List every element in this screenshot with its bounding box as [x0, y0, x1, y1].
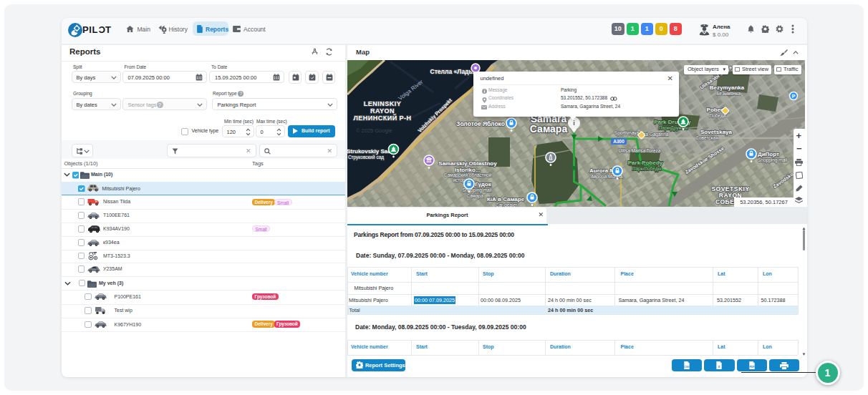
- svg-text:P: P: [791, 94, 795, 99]
- svg-text:КіА в Самаре: КіА в Самаре: [486, 196, 524, 203]
- svg-text:Золотое Яблоко: Золотое Яблоко: [456, 120, 505, 127]
- svg-text:Bezymyanka: Bezymyanka: [709, 84, 744, 91]
- svg-text:Shopping mall: Shopping mall: [758, 157, 788, 163]
- svg-text:PDF: PDF: [749, 366, 754, 369]
- svg-text:Park Pobedy: Park Pobedy: [627, 160, 662, 166]
- svg-text:Samarskiy Oblastnoy: Samarskiy Oblastnoy: [438, 160, 497, 167]
- svg-text:i: i: [573, 120, 575, 127]
- svg-text:Советская: Советская: [695, 135, 718, 140]
- svg-text:Струковский сад: Струковский сад: [347, 155, 383, 160]
- svg-text:LENINSKIY: LENINSKIY: [363, 100, 401, 107]
- svg-text:Sovetskaya: Sovetskaya: [700, 129, 732, 135]
- svg-text:© 2025 Google: © 2025 Google: [356, 127, 392, 134]
- svg-text:Победа: Победа: [709, 113, 725, 119]
- svg-text:Самара: Самара: [529, 123, 567, 135]
- svg-text:CSV: CSV: [684, 366, 690, 369]
- svg-text:Ulitsa Marisa Toreza: Ulitsa Marisa Toreza: [618, 148, 660, 153]
- svg-text:x: x: [718, 364, 720, 368]
- svg-text:A300: A300: [613, 139, 625, 144]
- svg-text:ЛЕНИНСКИЙ Р-Н: ЛЕНИНСКИЙ Р-Н: [353, 114, 411, 122]
- svg-text:ДиПорт: ДиПорт: [758, 151, 779, 157]
- svg-text:Парк Победы: Парк Победы: [632, 166, 661, 172]
- svg-text:RAYON: RAYON: [370, 107, 394, 114]
- svg-text:Strukovskiy Sad: Strukovskiy Sad: [347, 148, 391, 155]
- svg-text:Безымянка: Безымянка: [716, 91, 741, 96]
- svg-text:Самара: Самара: [466, 193, 483, 199]
- svg-text:Sportivnaya: Sportivnaya: [614, 130, 639, 136]
